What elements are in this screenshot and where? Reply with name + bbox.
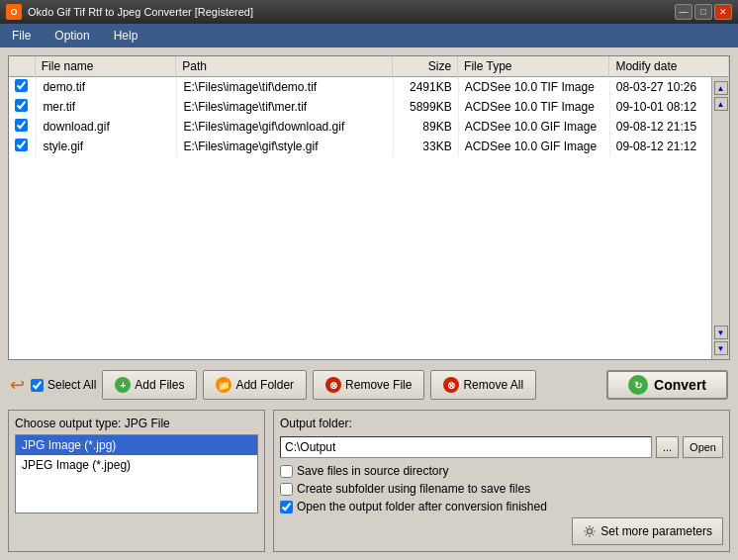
menu-option[interactable]: Option — [50, 27, 93, 45]
title-bar-left: O Okdo Gif Tif Rtf to Jpeg Converter [Re… — [6, 4, 253, 20]
checkbox-label-1: Create subfolder using filename to save … — [297, 482, 530, 496]
table-row: download.gif E:\Files\image\gif\download… — [9, 117, 729, 137]
add-folder-icon: 📁 — [216, 377, 231, 393]
row-filename: demo.tif — [37, 77, 177, 97]
row-checkbox-0[interactable] — [15, 79, 28, 92]
back-icon[interactable]: ↩ — [10, 374, 25, 396]
params-row: Set more parameters — [280, 517, 723, 545]
row-size: 89KB — [394, 117, 459, 137]
bottom-panel: Choose output type: JPG File JPG Image (… — [8, 410, 730, 552]
title-controls: — □ ✕ — [675, 4, 732, 20]
row-filename: style.gif — [37, 137, 177, 156]
open-folder-button[interactable]: Open — [683, 436, 723, 458]
table-row: mer.tif E:\Files\image\tif\mer.tif 5899K… — [9, 97, 729, 117]
output-type-item-1[interactable]: JPEG Image (*.jpeg) — [16, 455, 257, 475]
action-bar: ↩ Select All + Add Files 📁 Add Folder ⊗ … — [8, 366, 730, 404]
maximize-button[interactable]: □ — [694, 4, 712, 20]
file-list-container: File name Path Size File Type Modify dat… — [8, 55, 730, 360]
remove-all-label: Remove All — [463, 378, 523, 392]
checkbox-row-0: Save files in source directory — [280, 464, 723, 478]
folder-row: ... Open — [280, 436, 723, 458]
selected-type-label: JPG File — [125, 417, 170, 430]
row-size: 5899KB — [394, 97, 459, 117]
title-text: Okdo Gif Tif Rtf to Jpeg Converter [Regi… — [28, 6, 253, 18]
row-filetype: ACDSee 10.0 GIF Image — [458, 117, 609, 137]
col-size: Size — [393, 56, 458, 77]
row-path: E:\Files\image\gif\style.gif — [177, 137, 394, 156]
col-check — [9, 56, 35, 77]
checkbox-row-2: Open the output folder after conversion … — [280, 500, 723, 513]
output-type-title: Choose output type: JPG File — [15, 417, 258, 430]
row-checkbox-2[interactable] — [15, 119, 28, 132]
row-filetype: ACDSee 10.0 GIF Image — [458, 137, 609, 156]
convert-button[interactable]: ↻ Convert — [606, 370, 728, 400]
row-path: E:\Files\image\tif\mer.tif — [177, 97, 394, 117]
row-path: E:\Files\image\gif\download.gif — [177, 117, 394, 137]
scroll-down-button[interactable]: ▼ — [714, 326, 728, 339]
add-folder-button[interactable]: 📁 Add Folder — [203, 370, 307, 400]
scroll-up-button[interactable]: ▲ — [714, 97, 728, 111]
convert-icon: ↻ — [628, 375, 648, 395]
select-all-label: Select All — [47, 378, 96, 392]
table-row: demo.tif E:\Files\image\tif\demo.tif 249… — [9, 77, 729, 97]
row-filename: download.gif — [37, 117, 177, 137]
row-check-cell — [9, 117, 37, 137]
row-filename: mer.tif — [37, 97, 177, 117]
file-list-wrapper: demo.tif E:\Files\image\tif\demo.tif 249… — [9, 77, 729, 359]
scroll-panel: ▲ ▲ ▼ ▼ — [711, 77, 729, 359]
row-filetype: ACDSee 10.0 TIF Image — [458, 97, 609, 117]
checkbox-label-0: Save files in source directory — [297, 464, 448, 478]
table-row: style.gif E:\Files\image\gif\style.gif 3… — [9, 137, 729, 156]
checkbox-2[interactable] — [280, 501, 293, 513]
col-filename: File name — [35, 56, 175, 77]
col-modifydate: Modify date — [609, 56, 729, 77]
menu-file[interactable]: File — [8, 27, 35, 45]
output-folder-title: Output folder: — [280, 417, 723, 430]
file-table: File name Path Size File Type Modify dat… — [9, 56, 729, 77]
folder-path-input[interactable] — [280, 436, 652, 458]
scroll-bottom-button[interactable]: ▼ — [714, 341, 728, 355]
app-icon: O — [6, 4, 22, 20]
col-filetype: File Type — [458, 56, 609, 77]
svg-point-0 — [588, 529, 593, 534]
gear-icon — [583, 524, 597, 538]
output-type-panel: Choose output type: JPG File JPG Image (… — [8, 410, 265, 552]
set-params-label: Set more parameters — [600, 524, 712, 538]
row-checkbox-3[interactable] — [15, 139, 28, 151]
select-all-checkbox[interactable] — [31, 379, 44, 392]
checkbox-1[interactable] — [280, 483, 293, 496]
checkboxes-container: Save files in source directory Create su… — [280, 464, 723, 513]
row-check-cell — [9, 77, 37, 97]
browse-button[interactable]: ... — [656, 436, 679, 458]
menu-help[interactable]: Help — [110, 27, 142, 45]
scroll-top-button[interactable]: ▲ — [714, 81, 728, 95]
checkbox-label-2: Open the output folder after conversion … — [297, 500, 547, 513]
close-button[interactable]: ✕ — [714, 4, 732, 20]
row-check-cell — [9, 97, 37, 117]
checkbox-0[interactable] — [280, 465, 293, 478]
remove-all-button[interactable]: ⊗ Remove All — [430, 370, 536, 400]
set-params-button[interactable]: Set more parameters — [572, 517, 723, 545]
output-folder-panel: Output folder: ... Open Save files in so… — [273, 410, 730, 552]
menu-bar: File Option Help — [0, 24, 738, 47]
add-files-button[interactable]: + Add Files — [102, 370, 197, 400]
row-check-cell — [9, 137, 37, 156]
add-folder-label: Add Folder — [235, 378, 294, 392]
title-bar: O Okdo Gif Tif Rtf to Jpeg Converter [Re… — [0, 0, 738, 24]
remove-file-label: Remove File — [345, 378, 412, 392]
row-size: 2491KB — [394, 77, 459, 97]
add-files-icon: + — [115, 377, 131, 393]
row-size: 33KB — [394, 137, 459, 156]
add-files-label: Add Files — [135, 378, 184, 392]
main-content: File name Path Size File Type Modify dat… — [0, 47, 738, 560]
row-path: E:\Files\image\tif\demo.tif — [177, 77, 394, 97]
minimize-button[interactable]: — — [675, 4, 692, 20]
convert-label: Convert — [654, 377, 706, 393]
output-type-item-0[interactable]: JPG Image (*.jpg) — [16, 435, 257, 455]
col-path: Path — [176, 56, 393, 77]
remove-all-icon: ⊗ — [443, 377, 459, 393]
remove-file-icon: ⊗ — [325, 377, 341, 393]
remove-file-button[interactable]: ⊗ Remove File — [313, 370, 424, 400]
checkbox-row-1: Create subfolder using filename to save … — [280, 482, 723, 496]
row-checkbox-1[interactable] — [15, 99, 28, 112]
